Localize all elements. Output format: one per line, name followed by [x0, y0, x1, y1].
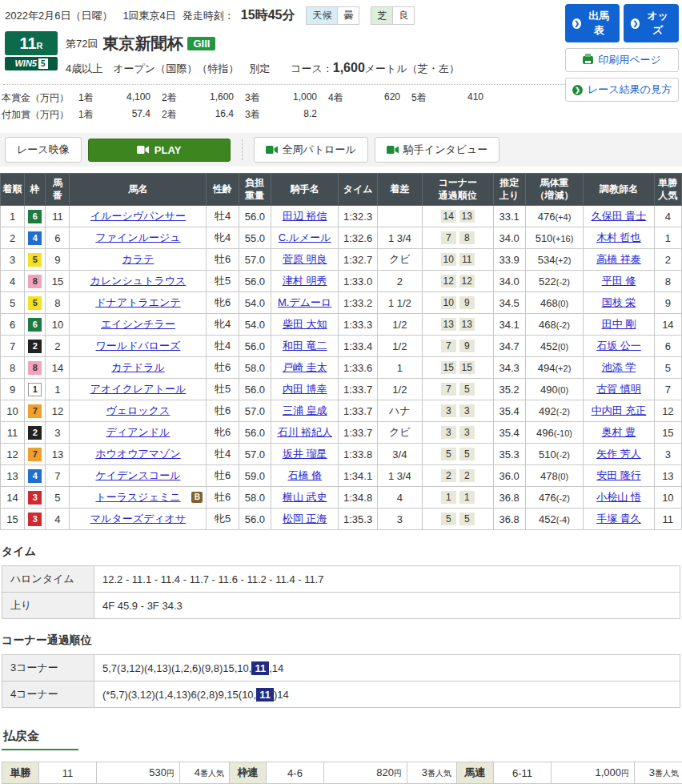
- weight-carried: 57.0: [239, 444, 271, 465]
- jockey-link[interactable]: C.ルメール: [279, 231, 331, 243]
- jockey-link[interactable]: 柴田 大知: [283, 318, 327, 330]
- jockey-link[interactable]: 横山 武史: [283, 491, 327, 503]
- jockey-link[interactable]: 内田 博幸: [283, 383, 327, 395]
- weight-carried: 56.0: [239, 509, 271, 530]
- play-button[interactable]: PLAY: [88, 139, 231, 162]
- win-popularity: 9: [654, 292, 681, 314]
- weather-label: 天候: [307, 7, 337, 24]
- horse-name-link[interactable]: イルーシヴパンサー: [90, 210, 186, 222]
- horse-name-link[interactable]: ケイデンスコール: [95, 469, 180, 481]
- horse-name-link[interactable]: エイシンチラー: [101, 318, 175, 330]
- patrol-video-button[interactable]: 全周パトロール: [254, 137, 368, 163]
- horse-name-link[interactable]: アオイクレアトール: [90, 383, 186, 395]
- trainer-link[interactable]: 高橋 祥泰: [596, 253, 641, 265]
- corner-pass-3c: 5: [441, 513, 456, 525]
- margin: 1 3/4: [377, 465, 422, 487]
- sex-age: 牡4: [207, 336, 239, 357]
- jockey-link[interactable]: 戸崎 圭太: [283, 361, 327, 373]
- trainer-link[interactable]: 田中 剛: [602, 318, 636, 330]
- trainer-link[interactable]: 久保田 貴士: [592, 210, 647, 222]
- trainer-link[interactable]: 奥村 豊: [602, 426, 636, 438]
- trainer-link[interactable]: 安田 隆行: [596, 469, 641, 481]
- trainer-link[interactable]: 小桧山 悟: [596, 491, 641, 503]
- trainer-link[interactable]: 中内田 充正: [592, 404, 647, 416]
- entry-table-button[interactable]: ❯ 出馬表: [565, 4, 620, 42]
- jockey-link[interactable]: 津村 明秀: [283, 275, 327, 287]
- print-page-button[interactable]: 印刷用ページ: [565, 48, 679, 72]
- horse-weight-diff: (-2): [556, 407, 570, 416]
- horse-name-link[interactable]: ディアンドル: [106, 426, 170, 438]
- prize-value: 4,100: [106, 91, 150, 105]
- combo: 4-6: [267, 762, 324, 784]
- table-row: 13 4 7 ケイデンスコール 牡6 59.0 石橋 脩 1:34.1 1 3/…: [1, 465, 682, 487]
- sex-age: 牡6: [207, 487, 239, 509]
- jockey-interview-button[interactable]: 騎手インタビュー: [375, 137, 500, 163]
- win-popularity: 15: [654, 422, 681, 444]
- waku-badge: 4: [28, 469, 42, 483]
- main-prize-label: 本賞金（万円）: [2, 91, 78, 105]
- extra-prize-label: 付加賞（万円）: [2, 108, 78, 122]
- jockey-link[interactable]: 菅原 明良: [283, 253, 327, 265]
- jockey-link[interactable]: 石川 裕紀人: [277, 426, 332, 438]
- horse-weight-diff: (-2): [556, 450, 570, 460]
- prize-place: 3着: [245, 91, 272, 105]
- corner-pass-4c: 5: [459, 448, 475, 460]
- horse-name-link[interactable]: ワールドバローズ: [96, 340, 181, 352]
- col-header-position: 着順: [1, 174, 25, 206]
- result-guide-button[interactable]: ❯ レース結果の見方: [565, 78, 679, 102]
- trainer-link[interactable]: 古賀 慎明: [596, 383, 641, 395]
- jockey-link[interactable]: 松岡 正海: [283, 513, 327, 525]
- col-header-sex-age: 性齢: [207, 174, 239, 206]
- jockey-link[interactable]: 和田 竜二: [283, 340, 327, 352]
- corner-pass-4c: 13: [459, 318, 475, 331]
- margin: 1/2: [377, 314, 422, 336]
- table-row: 9 1 1 アオイクレアトール 牡5 56.0 内田 博幸 1:33.7 1/2…: [1, 379, 682, 400]
- horse-name-link[interactable]: カラテ: [122, 253, 154, 265]
- start-time-label: 発走時刻：: [183, 9, 235, 23]
- horse-name-link[interactable]: カレンシュトラウス: [90, 275, 187, 287]
- corner-pass-4c: 3: [459, 426, 475, 439]
- corner-pass-4c: 9: [459, 296, 475, 309]
- trainer-link[interactable]: 手塚 貴久: [596, 513, 641, 525]
- table-row: 12 7 13 ホウオウアマゾン 牡4 57.0 坂井 瑠星 1:33.8 3/…: [1, 444, 682, 465]
- horse-name-link[interactable]: カテドラル: [111, 361, 165, 373]
- sex-age: 牝6: [207, 422, 239, 444]
- last-3f-time: 34.0: [493, 227, 525, 249]
- trainer-link[interactable]: 石坂 公一: [596, 340, 641, 352]
- horse-name-link[interactable]: トーラスジェミニ: [95, 491, 180, 503]
- waku-badge: 7: [28, 404, 42, 418]
- jockey-link[interactable]: 坂井 瑠星: [283, 448, 327, 460]
- prize-place: 4着: [328, 91, 355, 105]
- jockey-link[interactable]: 田辺 裕信: [283, 210, 327, 222]
- finish-time: 1:33.6: [339, 357, 377, 379]
- jockey-link[interactable]: M.デムーロ: [278, 296, 331, 308]
- win-popularity: 3: [654, 444, 681, 465]
- horse-number: 11: [46, 206, 70, 227]
- horse-weight: 452: [540, 340, 558, 352]
- payout-section-title: 払戻金: [2, 729, 78, 750]
- jockey-link[interactable]: 石橋 脩: [287, 469, 322, 481]
- corner3-row: 3コーナー 5,7(3,12)(4,13)(1,2,6)(9,8)15,10,1…: [2, 655, 680, 681]
- trainer-link[interactable]: 矢作 芳人: [596, 448, 641, 460]
- trainer-link[interactable]: 池添 学: [602, 361, 636, 373]
- odds-button[interactable]: ❯ オッズ: [624, 4, 679, 42]
- prize-place: 3着: [245, 108, 272, 122]
- horse-name-link[interactable]: ホウオウアマゾン: [95, 448, 180, 460]
- corner-pass-3c: 7: [441, 340, 456, 352]
- trainer-link[interactable]: 国枝 栄: [602, 296, 636, 308]
- sex-age: 牝6: [207, 292, 239, 314]
- horse-name-link[interactable]: マルターズディオサ: [90, 513, 186, 525]
- race-video-button[interactable]: レース映像: [5, 137, 82, 163]
- margin: 4: [377, 487, 422, 509]
- last-up-value: 4F 45.9 - 3F 34.3: [94, 593, 680, 619]
- horse-name-link[interactable]: ヴェロックス: [106, 404, 170, 416]
- horse-name-link[interactable]: ドナアトラエンテ: [95, 296, 180, 308]
- trainer-link[interactable]: 平田 修: [602, 275, 636, 287]
- horse-name-link[interactable]: ファインルージュ: [95, 231, 180, 243]
- prize-value: 1,000: [272, 91, 317, 105]
- jockey-link[interactable]: 三浦 皇成: [283, 404, 327, 416]
- sex-age: 牡5: [207, 271, 239, 292]
- trainer-link[interactable]: 木村 哲也: [596, 231, 641, 243]
- prize-place: 2着: [162, 91, 189, 105]
- table-row: 15 3 4 マルターズディオサ 牝5 56.0 松岡 正海 1:35.3 3 …: [1, 509, 682, 530]
